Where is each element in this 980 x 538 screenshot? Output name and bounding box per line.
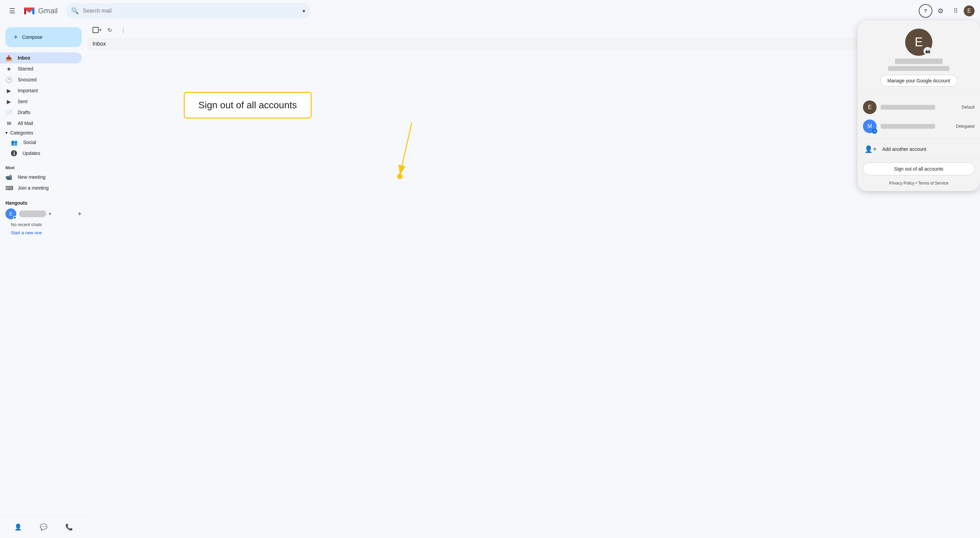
gmail-logo-icon: [23, 6, 35, 15]
starred-nav-label: Starred: [18, 66, 33, 72]
hangouts-avatar: E: [5, 208, 16, 219]
categories-toggle[interactable]: ▾ Categories: [0, 129, 87, 137]
sidebar-item-updates[interactable]: ℹ Updates: [0, 148, 82, 159]
add-account-label: Add another account: [882, 147, 926, 152]
delegated-account-info: [881, 124, 952, 129]
delegated-avatar-letter: M: [867, 123, 872, 129]
start-new-chat-link[interactable]: Start a new one: [5, 230, 47, 235]
compose-label: Compose: [22, 34, 43, 40]
snoozed-nav-label: Snoozed: [18, 77, 37, 82]
sent-nav-label: Sent: [18, 99, 27, 104]
call-button[interactable]: 📞: [62, 520, 76, 534]
inbox-title: Inbox: [87, 38, 980, 50]
sidebar-item-sent[interactable]: ▶ Sent: [0, 96, 82, 107]
checkbox-dropdown-icon[interactable]: ▾: [99, 27, 102, 32]
chat-button[interactable]: 💬: [37, 520, 50, 534]
search-icon: 🔍: [71, 7, 79, 14]
compose-plus-icon: +: [14, 33, 18, 42]
search-dropdown-icon[interactable]: ▾: [302, 8, 305, 14]
social-icon: 👥: [11, 139, 18, 146]
privacy-policy-link[interactable]: Privacy Policy: [889, 181, 915, 185]
delegated-account-badge: Delegated: [956, 124, 975, 129]
hangouts-presence-dot: [13, 216, 16, 219]
account-big-avatar[interactable]: E 📷: [905, 29, 932, 56]
help-button[interactable]: ?: [919, 4, 932, 18]
new-meeting-icon: 📹: [5, 174, 12, 180]
sidebar-item-drafts[interactable]: 📄 Drafts: [0, 107, 82, 118]
hangouts-dropdown-icon[interactable]: ▾: [49, 211, 51, 216]
compose-button[interactable]: + Compose: [5, 27, 82, 47]
sidebar-item-all-mail[interactable]: ✉ All Mail: [0, 118, 82, 129]
sent-icon: ▶: [5, 98, 12, 105]
sidebar-item-join-meeting[interactable]: ⌨ Join a meeting: [0, 182, 82, 193]
dot-separator: •: [916, 181, 918, 185]
important-nav-label: Important: [18, 88, 38, 93]
starred-icon: ★: [5, 66, 12, 72]
categories-section: ▾ Categories 👥 Social ℹ Updates: [0, 129, 87, 159]
updates-icon: ℹ: [11, 150, 17, 156]
camera-badge[interactable]: 📷: [924, 47, 932, 55]
inbox-icon: 📥: [5, 55, 12, 61]
hangouts-username: [19, 211, 46, 217]
account-avatar-button[interactable]: E: [964, 5, 975, 16]
sidebar-item-snoozed[interactable]: 🕐 Snoozed: [0, 74, 82, 85]
add-account-icon: 👤+: [864, 145, 877, 153]
inbox-nav-label: Inbox: [18, 55, 30, 61]
account-header: E 📷 Manage your Google Account: [858, 21, 980, 92]
sidebar-item-important[interactable]: ▶ Important: [0, 85, 82, 96]
default-account-avatar: E: [863, 101, 877, 114]
default-avatar-letter: E: [868, 104, 872, 110]
terms-of-service-link[interactable]: Terms of Service: [918, 181, 948, 185]
hangouts-add-icon[interactable]: +: [78, 210, 82, 218]
settings-button[interactable]: ⚙: [934, 4, 947, 18]
default-account-info: [881, 105, 958, 110]
sidebar-item-new-meeting[interactable]: 📹 New meeting: [0, 172, 82, 182]
account-divider-2: [858, 139, 980, 139]
search-bar: 🔍 ▾: [66, 3, 311, 19]
delegated-account-row[interactable]: M ↗ Delegated: [858, 117, 980, 136]
join-meeting-label: Join a meeting: [18, 185, 49, 191]
sidebar: + Compose 📥 Inbox ★ Starred 🕐 Snoozed ▶ …: [0, 22, 87, 538]
delegated-account-avatar: M ↗: [863, 120, 877, 133]
important-icon: ▶: [5, 88, 12, 94]
manage-google-account-button[interactable]: Manage your Google Account: [880, 75, 957, 86]
apps-button[interactable]: ⠿: [949, 4, 962, 18]
all-mail-icon: ✉: [5, 120, 12, 127]
meet-section-label: Meet: [0, 161, 87, 172]
all-mail-nav-label: All Mail: [18, 121, 33, 126]
account-divider-1: [858, 95, 980, 95]
join-meeting-icon: ⌨: [5, 185, 12, 192]
sidebar-item-starred[interactable]: ★ Starred: [0, 63, 82, 74]
privacy-terms-row: Privacy Policy • Terms of Service: [858, 178, 980, 185]
sidebar-item-social[interactable]: 👥 Social: [0, 137, 82, 148]
sidebar-item-inbox[interactable]: 📥 Inbox: [0, 53, 82, 63]
hangouts-section: Hangouts E ▾ + No recent chats Start a n…: [0, 196, 87, 239]
search-input[interactable]: [83, 8, 298, 14]
contacts-button[interactable]: 👤: [11, 520, 25, 534]
refresh-button[interactable]: ↻: [104, 24, 115, 35]
callout-annotation: Sign out of all accounts: [184, 92, 312, 118]
account-avatar-letter: E: [915, 35, 923, 49]
sidebar-bottom-actions: 👤 💬 📞: [0, 516, 87, 538]
new-meeting-label: New meeting: [18, 174, 46, 180]
categories-collapse-icon: ▾: [5, 131, 8, 135]
more-options-button[interactable]: ⋮: [118, 24, 129, 35]
select-checkbox[interactable]: [92, 27, 99, 33]
hangouts-label: Hangouts: [5, 200, 82, 206]
default-account-row[interactable]: E Default: [858, 98, 980, 117]
sign-out-button[interactable]: Sign out of all accounts: [863, 163, 975, 176]
account-email-blurred: [888, 66, 950, 71]
default-account-email-blurred: [881, 105, 935, 110]
add-account-row[interactable]: 👤+ Add another account: [858, 142, 980, 156]
gmail-logo-text: Gmail: [38, 6, 57, 15]
hamburger-button[interactable]: ☰: [5, 4, 19, 18]
drafts-nav-label: Drafts: [18, 110, 30, 115]
delegated-badge-icon: ↗: [872, 128, 877, 134]
updates-label: Updates: [22, 150, 40, 156]
categories-label: Categories: [10, 130, 33, 136]
social-label: Social: [23, 140, 36, 145]
email-list: [87, 50, 980, 538]
account-dropdown: E 📷 Manage your Google Account E Default…: [858, 21, 980, 191]
email-toolbar: ▾ ↻ ⋮: [87, 22, 980, 38]
delegated-account-email-blurred: [881, 124, 935, 129]
